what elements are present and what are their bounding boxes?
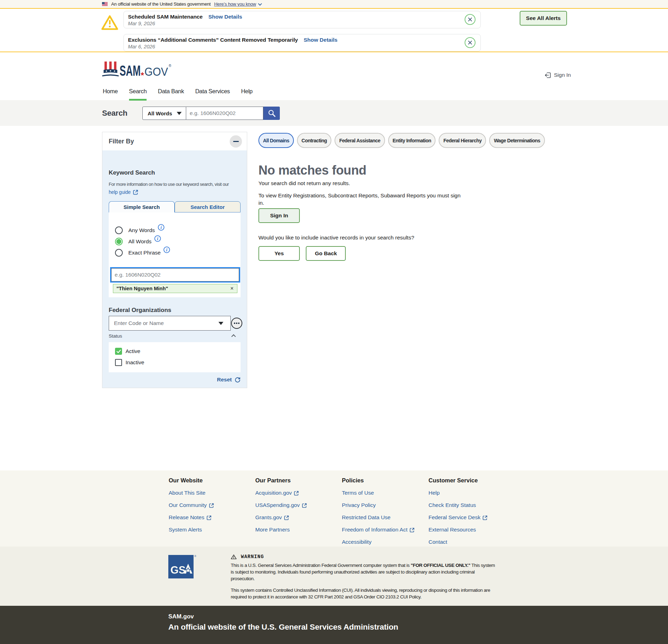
federal-org-more-button[interactable] <box>231 318 242 329</box>
footer-link-terms-of-use[interactable]: Terms of Use <box>342 489 429 496</box>
footer-link-release-notes[interactable]: Release Notes <box>169 514 255 521</box>
domain-pills: All Domains Contracting Federal Assistan… <box>258 133 566 148</box>
footer-link-help[interactable]: Help <box>429 489 515 496</box>
search-submit-button[interactable] <box>263 107 280 120</box>
alert-close-button[interactable] <box>465 14 475 25</box>
help-guide-link[interactable]: help guide <box>109 189 138 195</box>
status-header[interactable]: Status <box>109 333 241 339</box>
keyword-tabs: Simple Search Search Editor <box>109 201 241 212</box>
pill-federal-hierarchy[interactable]: Federal Hierarchy <box>439 133 486 148</box>
alert-date: Mar 9, 2026 <box>128 21 465 27</box>
footer-link-federal-service-desk[interactable]: Federal Service Desk <box>429 514 515 521</box>
banner-how-link[interactable]: Here’s how you know <box>214 1 261 7</box>
global-search-input[interactable] <box>186 107 263 120</box>
nav-item-search[interactable]: Search <box>129 83 147 101</box>
footer-link-accessibility[interactable]: Accessibility <box>342 538 429 545</box>
pill-wage-determinations[interactable]: Wage Determinations <box>489 133 545 148</box>
radio-row-any-words[interactable]: Any Words i <box>115 226 241 234</box>
footer-link-about-this-site[interactable]: About This Site <box>169 489 255 496</box>
footer-link-more-partners[interactable]: More Partners <box>255 526 342 533</box>
nav-item-help[interactable]: Help <box>241 83 252 101</box>
checkbox-active[interactable] <box>115 348 122 355</box>
nav-item-data-services[interactable]: Data Services <box>195 83 230 101</box>
radio-all-words[interactable] <box>115 238 123 245</box>
samgov-logo[interactable]: SAM GOV ® <box>102 61 172 77</box>
warning-heading: WARNING <box>231 554 511 560</box>
pill-entity-information[interactable]: Entity Information <box>388 133 436 148</box>
nav-item-data-bank[interactable]: Data Bank <box>158 83 184 101</box>
footer-link-external-resources[interactable]: External Resources <box>429 526 515 533</box>
footer-gsa-band: ® WARNING This is a U.S. General Service… <box>0 547 668 606</box>
sign-in-button[interactable]: Sign In <box>258 208 300 223</box>
pill-all-domains[interactable]: All Domains <box>258 133 294 148</box>
search-band: Search All Words <box>0 101 668 126</box>
sign-in-link[interactable]: Sign In <box>545 72 571 78</box>
go-back-button[interactable]: Go Back <box>306 246 346 261</box>
pill-federal-assistance[interactable]: Federal Assistance <box>335 133 385 148</box>
filter-panel-title: Filter By <box>109 138 134 145</box>
footer-link-contact[interactable]: Contact <box>429 538 515 545</box>
us-flag-icon <box>102 2 108 6</box>
yes-button[interactable]: Yes <box>258 246 300 261</box>
info-icon[interactable]: i <box>163 246 170 253</box>
external-link-icon <box>133 190 138 195</box>
banner-text: An official website of the United States… <box>111 1 211 7</box>
checkbox-inactive[interactable] <box>115 359 122 366</box>
chevron-up-icon <box>231 334 236 339</box>
alert-close-button[interactable] <box>465 37 475 48</box>
radio-exact-phrase[interactable] <box>115 249 123 257</box>
simple-search-panel: Any Words i All Words i Exact Phrase i <box>109 212 241 297</box>
tab-simple-search[interactable]: Simple Search <box>109 201 175 212</box>
alert-show-details-link[interactable]: Show Details <box>304 37 337 43</box>
footer-link-restricted-data-use[interactable]: Restricted Data Use <box>342 514 429 521</box>
footer-link-usaspending-gov[interactable]: USASpending.gov <box>255 502 342 508</box>
nav-item-home[interactable]: Home <box>103 83 118 101</box>
filter-collapse-button[interactable] <box>230 135 242 148</box>
footer-link-privacy-policy[interactable]: Privacy Policy <box>342 502 429 508</box>
warning-paragraph-2: This system contains Controlled Unclassi… <box>231 587 494 600</box>
chevron-down-icon <box>258 1 262 5</box>
logo-gov-text: GOV <box>144 65 168 77</box>
chip-remove-icon[interactable]: × <box>230 285 234 292</box>
combo-caret-icon[interactable] <box>218 322 223 325</box>
radio-row-all-words[interactable]: All Words i <box>115 238 241 245</box>
footer-link-our-community[interactable]: Our Community <box>169 502 255 508</box>
svg-text:i: i <box>160 225 162 230</box>
federal-org-combobox[interactable]: Enter Code or Name <box>109 316 231 331</box>
logo-reg-mark: ® <box>169 64 171 68</box>
alert-item: Scheduled SAM Maintenance Show Details M… <box>123 11 481 28</box>
alert-title: Exclusions “Additional Comments” Content… <box>128 37 298 43</box>
alert-item: Exclusions “Additional Comments” Content… <box>123 34 481 52</box>
search-icon <box>268 109 276 117</box>
radio-any-words[interactable] <box>115 226 123 234</box>
info-icon[interactable]: i <box>154 235 161 242</box>
alert-show-details-link[interactable]: Show Details <box>208 14 242 20</box>
minus-icon <box>233 141 239 142</box>
info-icon[interactable]: i <box>158 224 164 231</box>
external-link-icon <box>209 503 214 508</box>
external-link-icon <box>302 503 307 508</box>
radio-row-exact-phrase[interactable]: Exact Phrase i <box>115 249 241 257</box>
pill-contracting[interactable]: Contracting <box>297 133 332 148</box>
tab-search-editor[interactable]: Search Editor <box>175 201 241 212</box>
footer-link-grants-gov[interactable]: Grants.gov <box>255 514 342 521</box>
footer-column-customer-service: Customer Service Help Check Entity Statu… <box>429 477 515 545</box>
warning-triangle-icon <box>101 11 119 52</box>
checkbox-row-active[interactable]: Active <box>115 348 241 355</box>
footer-link-foia[interactable]: Freedom of Information Act <box>342 526 429 533</box>
primary-nav: Home Search Data Bank Data Services Help <box>0 83 668 101</box>
footer-column-our-partners: Our Partners Acquisition.gov USASpending… <box>255 477 342 545</box>
footer-heading: Our Website <box>169 477 255 484</box>
federal-organizations-heading: Federal Organizations <box>109 307 241 314</box>
footer-link-system-alerts[interactable]: System Alerts <box>169 526 255 533</box>
footer-link-acquisition-gov[interactable]: Acquisition.gov <box>255 489 342 496</box>
see-all-alerts-button[interactable]: See All Alerts <box>520 11 567 26</box>
svg-text:i: i <box>157 236 158 241</box>
reset-filters[interactable]: Reset <box>109 377 241 383</box>
footer-link-check-entity-status[interactable]: Check Entity Status <box>429 502 515 508</box>
search-type-select[interactable]: All Words <box>142 107 186 120</box>
search-band-label: Search <box>102 109 142 118</box>
footer-column-our-website: Our Website About This Site Our Communit… <box>169 477 255 545</box>
checkbox-row-inactive[interactable]: Inactive <box>115 359 241 366</box>
keyword-search-input[interactable] <box>111 268 239 282</box>
